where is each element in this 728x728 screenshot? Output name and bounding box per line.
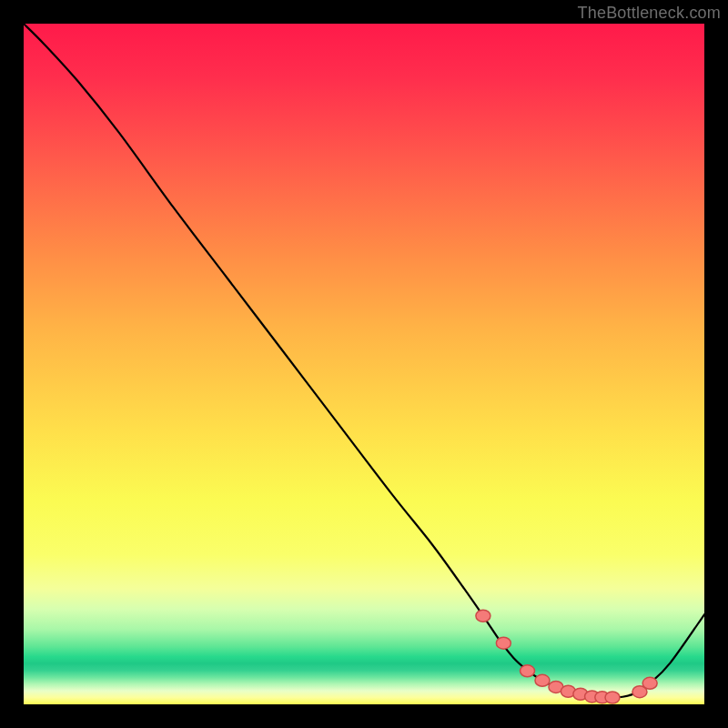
marker-group xyxy=(476,610,657,703)
data-marker xyxy=(535,674,550,686)
chart-svg xyxy=(24,24,704,704)
bottleneck-curve xyxy=(24,24,704,698)
data-marker xyxy=(496,637,511,649)
data-marker xyxy=(521,665,535,677)
data-marker xyxy=(476,610,490,622)
data-marker xyxy=(642,677,657,689)
attribution-text: TheBottleneck.com xyxy=(578,4,721,23)
data-marker xyxy=(605,692,620,703)
